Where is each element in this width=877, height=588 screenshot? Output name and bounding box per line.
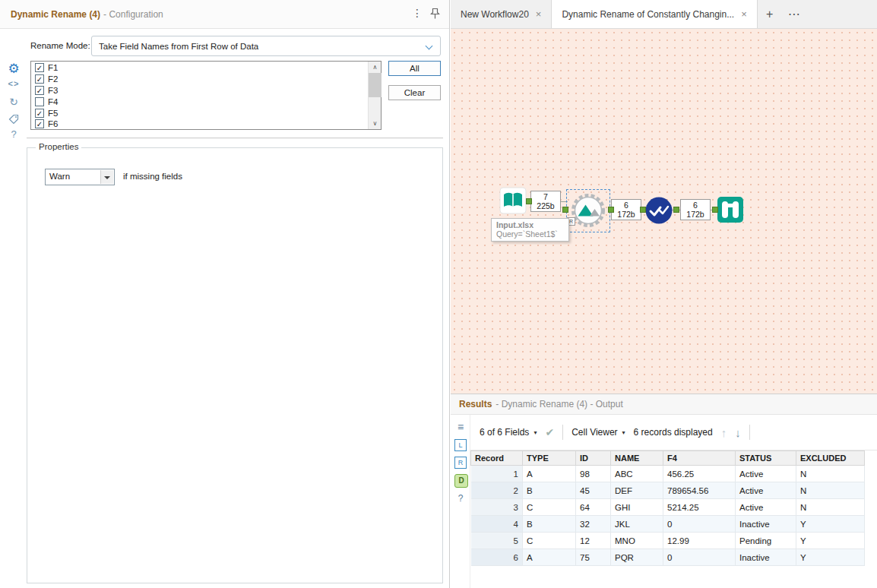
- table-cell: 32: [576, 516, 611, 533]
- table-cell: N: [796, 482, 865, 499]
- workflow-tab-bar: New Workflow20 × Dynamic Rename of Const…: [451, 0, 877, 29]
- field-list-item[interactable]: ✓F2: [32, 74, 367, 85]
- rename-mode-label: Rename Mode:: [30, 41, 90, 50]
- column-header[interactable]: Record: [471, 451, 523, 466]
- input-data-tool[interactable]: [499, 187, 527, 217]
- panel-menu-icon[interactable]: ⋮: [410, 7, 424, 22]
- records-displayed-label: 6 records displayed: [634, 427, 713, 438]
- table-row[interactable]: 2B45DEF789654.56ActiveN: [471, 482, 865, 499]
- table-cell: C: [523, 499, 576, 516]
- badge-record-count: 7: [531, 192, 560, 201]
- table-cell: Inactive: [736, 549, 796, 566]
- table-row[interactable]: 5C12MNO12.99PendingY: [471, 533, 865, 549]
- tab-new-workflow20[interactable]: New Workflow20 ×: [451, 0, 552, 28]
- previous-record-icon[interactable]: ↑: [721, 426, 727, 439]
- listbox-scrollbar[interactable]: ∧ ∨: [368, 62, 381, 129]
- output-anchor[interactable]: [608, 207, 614, 213]
- alteryx-designer-window: Dynamic Rename (4)- Configuration ⋮ ⚙ <>…: [0, 0, 877, 588]
- table-cell: PQR: [611, 549, 663, 566]
- toolbar-divider: [562, 425, 563, 440]
- output-anchor[interactable]: [526, 198, 532, 204]
- table-cell: 45: [576, 482, 611, 499]
- field-checkbox[interactable]: ✓: [35, 86, 44, 95]
- column-header[interactable]: NAME: [611, 451, 663, 466]
- results-table-body: 1A98ABC456.25ActiveN2B45DEF789654.56Acti…: [471, 466, 865, 566]
- fields-dropdown[interactable]: 6 of 6 Fields ▾: [480, 427, 537, 438]
- record-count-badge: 7 225b: [530, 191, 561, 212]
- close-icon[interactable]: ×: [741, 8, 747, 20]
- table-cell: N: [796, 466, 865, 482]
- table-cell: Y: [796, 533, 865, 549]
- anchor-button-l[interactable]: L: [454, 439, 467, 451]
- apply-check-icon[interactable]: ✔: [545, 426, 554, 438]
- field-list-item[interactable]: ✓F3: [32, 85, 367, 96]
- field-checkbox[interactable]: ✓: [35, 74, 44, 84]
- scroll-up-icon[interactable]: ∧: [369, 62, 382, 73]
- browse-tool[interactable]: [717, 196, 744, 226]
- scrollbar-thumb[interactable]: [369, 73, 382, 97]
- table-cell: JKL: [611, 516, 663, 533]
- record-number-cell: 6: [471, 549, 523, 566]
- select-tool[interactable]: [644, 196, 673, 227]
- rename-mode-dropdown[interactable]: Take Field Names from First Row of Data: [91, 36, 441, 56]
- field-list-item[interactable]: ✓F6: [32, 119, 367, 128]
- field-checkbox[interactable]: ✓: [35, 119, 44, 128]
- field-list-item[interactable]: ✓F1: [32, 62, 367, 74]
- configuration-gear-icon[interactable]: ⚙: [0, 61, 27, 77]
- field-list-item[interactable]: F4: [32, 96, 367, 107]
- list-view-icon[interactable]: ≡: [451, 421, 470, 433]
- tooltip-query: Query=`Sheet1$`: [496, 229, 564, 239]
- scroll-down-icon[interactable]: ∨: [369, 118, 382, 129]
- xml-view-icon[interactable]: <>: [0, 79, 27, 88]
- help-icon[interactable]: ?: [0, 128, 27, 140]
- table-row[interactable]: 4B32JKL0InactiveY: [471, 516, 865, 533]
- workflow-canvas[interactable]: 7 225b R 6 172b: [451, 29, 877, 394]
- field-listbox: ✓F1✓F2✓F3F4✓F5✓F6 ∧ ∨: [30, 61, 382, 130]
- column-header[interactable]: TYPE: [523, 451, 576, 466]
- all-button[interactable]: All: [388, 61, 441, 76]
- input-anchor-l[interactable]: [562, 207, 568, 213]
- input-anchor[interactable]: [640, 207, 646, 213]
- pin-icon[interactable]: [430, 8, 442, 21]
- field-checkbox[interactable]: [35, 97, 44, 106]
- input-data-book-icon: [499, 187, 527, 214]
- results-table: RecordTYPEIDNAMEF4STATUSEXCLUDED 1A98ABC…: [470, 450, 865, 566]
- badge-size: 172b: [681, 210, 710, 219]
- results-side-toolbar: ≡ L R D ?: [451, 415, 470, 588]
- column-header[interactable]: ID: [576, 451, 611, 466]
- table-row[interactable]: 1A98ABC456.25ActiveN: [471, 466, 865, 482]
- dynamic-rename-tool[interactable]: [570, 192, 606, 231]
- properties-group-label: Properties: [36, 142, 81, 151]
- table-cell: 12: [576, 533, 611, 549]
- cell-viewer-dropdown[interactable]: Cell Viewer ▾: [571, 427, 625, 438]
- more-tabs-icon[interactable]: ⋯: [782, 0, 806, 28]
- refresh-icon[interactable]: ↻: [0, 96, 27, 108]
- table-cell: 64: [576, 499, 611, 516]
- close-icon[interactable]: ×: [536, 8, 542, 20]
- column-header[interactable]: STATUS: [736, 451, 796, 466]
- tab-label: New Workflow20: [461, 9, 529, 20]
- anchor-button-d[interactable]: D: [454, 474, 468, 488]
- input-anchor[interactable]: [712, 207, 718, 213]
- annotation-tag-icon[interactable]: [0, 114, 27, 127]
- column-header[interactable]: EXCLUDED: [796, 451, 865, 466]
- new-tab-button[interactable]: +: [758, 0, 782, 28]
- tab-dynamic-rename-workflow[interactable]: Dynamic Rename of Constantly Changin... …: [552, 0, 757, 28]
- section-divider: [27, 138, 443, 139]
- help-icon[interactable]: ?: [451, 493, 470, 504]
- field-checkbox[interactable]: ✓: [35, 109, 44, 118]
- field-list-item[interactable]: ✓F5: [32, 107, 367, 119]
- chevron-down-icon: ▾: [622, 429, 625, 436]
- next-record-icon[interactable]: ↓: [735, 426, 741, 439]
- results-header: Results - Dynamic Rename (4) - Output: [451, 394, 877, 415]
- configuration-header: Dynamic Rename (4)- Configuration ⋮: [0, 0, 449, 29]
- field-label: F3: [48, 86, 58, 95]
- table-row[interactable]: 6A75PQR0InactiveY: [471, 549, 865, 566]
- missing-fields-dropdown[interactable]: Warn: [45, 169, 115, 185]
- anchor-button-r[interactable]: R: [454, 457, 467, 469]
- field-checkbox[interactable]: ✓: [35, 63, 44, 72]
- column-header[interactable]: F4: [663, 451, 736, 466]
- output-anchor[interactable]: [673, 207, 679, 213]
- table-row[interactable]: 3C64GHI5214.25ActiveN: [471, 499, 865, 516]
- clear-button[interactable]: Clear: [388, 85, 441, 100]
